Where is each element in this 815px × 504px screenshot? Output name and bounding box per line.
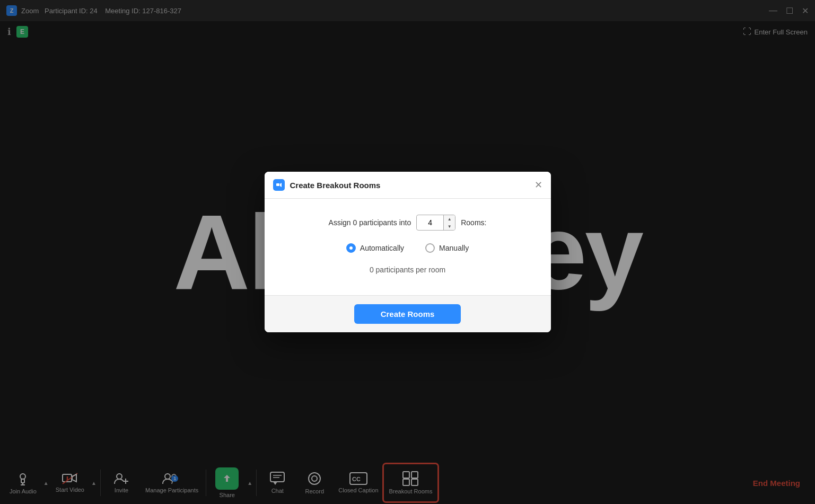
auto-radio-label: Automatically [360,244,404,252]
per-room-text: 0 participants per room [286,266,530,274]
svg-rect-1 [276,183,279,186]
modal-body: Assign 0 participants into ▲ ▼ Rooms: Au… [265,199,551,295]
decrement-button[interactable]: ▼ [443,223,455,230]
create-rooms-button[interactable]: Create Rooms [354,304,461,324]
manual-radio-label: Manually [439,244,469,252]
manual-radio-item[interactable]: Manually [425,243,469,253]
auto-radio-item[interactable]: Automatically [346,243,404,253]
modal-zoom-logo [273,179,285,191]
breakout-rooms-dialog: Create Breakout Rooms ✕ Assign 0 partici… [265,172,551,332]
assign-row: Assign 0 participants into ▲ ▼ Rooms: [286,215,530,231]
manual-radio-button[interactable] [425,243,435,253]
spinner-buttons: ▲ ▼ [443,215,455,230]
modal-close-button[interactable]: ✕ [534,179,542,191]
increment-button[interactable]: ▲ [443,215,455,223]
modal-overlay: Create Breakout Rooms ✕ Assign 0 partici… [0,0,815,504]
rooms-label: Rooms: [461,218,486,227]
radio-row: Automatically Manually [286,243,530,253]
rooms-input-wrap: ▲ ▼ [416,215,455,231]
rooms-count-input[interactable] [417,216,443,229]
modal-header: Create Breakout Rooms ✕ [265,172,551,199]
modal-footer: Create Rooms [265,295,551,332]
auto-radio-button[interactable] [346,243,356,253]
modal-title: Create Breakout Rooms [290,181,534,190]
assign-label: Assign 0 participants into [329,218,411,227]
